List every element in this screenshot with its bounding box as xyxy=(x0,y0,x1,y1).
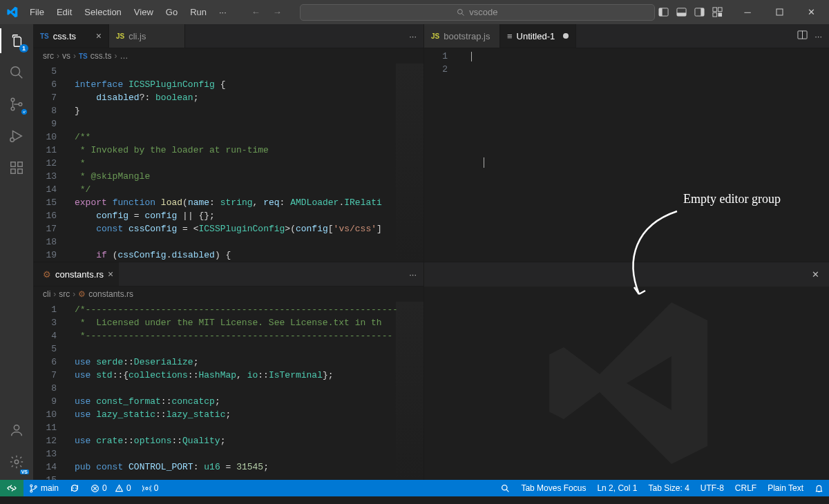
tab-label: bootstrap.js xyxy=(444,31,490,41)
svg-point-13 xyxy=(11,67,20,76)
svg-rect-7 xyxy=(701,8,704,16)
activity-settings-icon[interactable]: VS xyxy=(7,452,26,472)
svg-rect-22 xyxy=(18,169,22,173)
status-branch[interactable]: main xyxy=(23,483,64,493)
explorer-badge: 1 xyxy=(19,44,28,52)
tab-untitled-1[interactable]: ≡ Untitled-1 xyxy=(500,24,576,48)
svg-point-24 xyxy=(14,425,19,430)
menu-selection[interactable]: Selection xyxy=(79,4,126,20)
menu-overflow[interactable]: ··· xyxy=(213,4,232,20)
svg-line-14 xyxy=(19,75,23,79)
svg-point-16 xyxy=(11,107,15,110)
javascript-icon: JS xyxy=(431,32,439,40)
svg-point-15 xyxy=(11,98,15,101)
svg-rect-23 xyxy=(18,162,22,166)
status-cursor-position[interactable]: Ln 2, Col 1 xyxy=(591,483,642,493)
tab-cli-js[interactable]: JS cli.js xyxy=(109,24,185,48)
tab-constants-rs[interactable]: ⚙ constants.rs × xyxy=(33,262,119,286)
status-ports[interactable]: 0 xyxy=(137,483,164,493)
empty-editor-group[interactable] xyxy=(424,287,829,480)
svg-rect-9 xyxy=(718,8,722,12)
close-icon[interactable]: × xyxy=(96,30,102,41)
menu-run[interactable]: Run xyxy=(184,4,212,20)
activity-debug-icon[interactable] xyxy=(7,126,26,146)
minimap[interactable] xyxy=(396,302,423,480)
activity-search-icon[interactable] xyxy=(7,63,26,82)
layout-sidebar-right-icon[interactable] xyxy=(691,4,707,21)
tab-bootstrap-js[interactable]: JS bootstrap.js xyxy=(424,24,500,48)
activity-explorer-icon[interactable]: 1 xyxy=(7,31,26,50)
minimap[interactable] xyxy=(396,64,423,262)
command-center[interactable]: vscode xyxy=(300,4,655,21)
svg-rect-20 xyxy=(11,162,15,166)
breadcrumb-bottom-left[interactable]: cli› src› ⚙ constants.rs xyxy=(33,287,423,302)
window-close[interactable]: ✕ xyxy=(796,1,826,24)
vscode-watermark-icon xyxy=(537,293,716,473)
close-icon[interactable]: ✕ xyxy=(812,269,819,280)
tab-label: css.ts xyxy=(53,31,76,41)
window-maximize[interactable] xyxy=(764,1,794,24)
tab-label: cli.js xyxy=(128,31,146,41)
cursor xyxy=(471,52,472,61)
javascript-icon: JS xyxy=(116,32,124,40)
statusbar: main 0 0 0 Tab Moves Focus Ln 2, Col 1 T… xyxy=(0,480,829,496)
svg-point-36 xyxy=(502,485,507,490)
menu-view[interactable]: View xyxy=(128,4,159,20)
annotation-arrow-icon xyxy=(608,204,691,308)
activitybar: 1 VS xyxy=(0,24,33,480)
rust-icon: ⚙ xyxy=(78,289,86,299)
svg-point-28 xyxy=(30,484,32,486)
nav-back-icon[interactable]: ← xyxy=(251,7,260,17)
status-sync[interactable] xyxy=(64,483,85,493)
menu-edit[interactable]: Edit xyxy=(51,4,77,20)
editor-bottom-left[interactable]: 1345678910111213141516 /*---------------… xyxy=(33,302,423,480)
status-search-icon[interactable] xyxy=(495,483,515,493)
status-problems[interactable]: 0 0 xyxy=(85,483,137,493)
annotation-label: Empty editor group xyxy=(683,192,781,206)
svg-line-1 xyxy=(462,13,464,15)
tab-css-ts[interactable]: TS css.ts × xyxy=(33,24,109,48)
activity-account-icon[interactable] xyxy=(7,420,26,440)
more-icon[interactable]: ··· xyxy=(814,31,822,41)
svg-point-17 xyxy=(19,103,22,106)
command-center-text: vscode xyxy=(469,7,497,17)
window-minimize[interactable]: ─ xyxy=(732,1,763,24)
layout-sidebar-left-icon[interactable] xyxy=(655,4,671,21)
typescript-icon: TS xyxy=(79,52,88,60)
svg-point-0 xyxy=(458,9,463,14)
editor-top-left[interactable]: 567891011121314151617181920 interface IC… xyxy=(33,64,423,262)
activity-scm-icon[interactable] xyxy=(7,95,26,114)
more-icon[interactable]: ··· xyxy=(409,269,417,280)
svg-rect-8 xyxy=(712,8,716,12)
svg-rect-5 xyxy=(676,12,685,16)
svg-rect-10 xyxy=(712,12,716,17)
remote-indicator[interactable] xyxy=(0,480,23,496)
status-eol[interactable]: CRLF xyxy=(730,483,762,493)
breadcrumb-top-left[interactable]: src› vs› TS css.ts› … xyxy=(33,48,423,64)
status-encoding[interactable]: UTF-8 xyxy=(695,483,730,493)
tabbar-top-left: TS css.ts × JS cli.js ··· xyxy=(33,24,423,48)
svg-point-35 xyxy=(146,487,148,489)
vscode-logo-icon xyxy=(0,6,24,18)
menu-file[interactable]: File xyxy=(24,4,50,20)
titlebar: File Edit Selection View Go Run ··· ← → … xyxy=(0,0,829,24)
status-tab-size[interactable]: Tab Size: 4 xyxy=(642,483,694,493)
svg-line-37 xyxy=(507,490,509,492)
activity-extensions-icon[interactable] xyxy=(7,158,26,177)
status-notifications-icon[interactable] xyxy=(809,483,829,493)
nav-forward-icon[interactable]: → xyxy=(273,7,282,17)
close-icon[interactable]: × xyxy=(108,269,113,280)
tabbar-top-right: JS bootstrap.js ≡ Untitled-1 ··· xyxy=(424,24,829,48)
dirty-indicator-icon xyxy=(563,33,569,39)
more-icon[interactable]: ··· xyxy=(409,31,417,41)
tabbar-bottom-left: ⚙ constants.rs × ··· xyxy=(33,262,423,287)
split-editor-icon[interactable] xyxy=(797,30,808,42)
secondary-cursor xyxy=(484,157,484,168)
tab-label: constants.rs xyxy=(55,269,104,280)
menubar: File Edit Selection View Go Run ··· xyxy=(24,4,232,20)
layout-customize-icon[interactable] xyxy=(709,4,725,21)
menu-go[interactable]: Go xyxy=(160,4,183,20)
status-language-mode[interactable]: Plain Text xyxy=(762,483,809,493)
status-tab-moves-focus[interactable]: Tab Moves Focus xyxy=(515,483,591,493)
layout-panel-icon[interactable] xyxy=(673,4,689,21)
